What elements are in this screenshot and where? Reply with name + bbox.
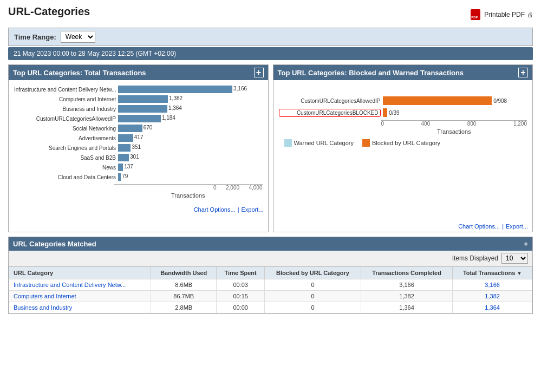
total-transactions-panel: Top URL Categories: Total Transactions +… xyxy=(8,64,269,232)
bar-row: Search Engines and Portals 351 xyxy=(14,144,263,152)
col-time-spent: Time Spent xyxy=(217,267,265,279)
table-header-row: URL Category Bandwidth Used Time Spent B… xyxy=(9,267,532,279)
blocked-legend: Warned URL Category Blocked by URL Categ… xyxy=(279,135,527,151)
warned-legend-label: Warned URL Category xyxy=(294,140,354,146)
items-displayed-label: Items Displayed xyxy=(452,254,498,262)
cell-category[interactable]: Business and Industry xyxy=(9,302,151,313)
bar-label: SaaS and B2B xyxy=(14,155,116,161)
cell-bandwidth: 86.7MB xyxy=(151,291,217,302)
bar-row: Cloud and Data Centers 79 xyxy=(14,173,263,181)
blocked-legend-box xyxy=(362,139,370,147)
bar-value: 1,364 xyxy=(167,105,182,111)
total-transactions-chart: Infrastructure and Content Delivery Netw… xyxy=(9,80,268,204)
bar-fill xyxy=(118,86,232,93)
matched-section: URL Categories Matched + Items Displayed… xyxy=(8,237,533,314)
table-row: Business and Industry 2.8MB 00:00 0 1,36… xyxy=(9,302,532,313)
blocked-bar-value: 0/908 xyxy=(493,98,507,104)
bar-label: Search Engines and Portals xyxy=(14,145,116,151)
cell-time-spent: 00:03 xyxy=(217,279,265,291)
bar-fill xyxy=(118,144,131,152)
blocked-bar-fill xyxy=(383,108,388,117)
blocked-chart-footer: Chart Options... | Export... xyxy=(273,221,533,232)
bar-fill xyxy=(118,154,129,161)
bar-row: Advertisements 417 xyxy=(14,134,263,142)
cell-transactions-completed: 1,382 xyxy=(361,291,452,302)
total-x-label: Transactions xyxy=(114,192,263,199)
blocked-panel-title: Top URL Categories: Blocked and Warned T… xyxy=(278,69,464,77)
bar-value: 351 xyxy=(131,144,141,150)
cell-blocked: 0 xyxy=(265,279,361,291)
col-bandwidth: Bandwidth Used xyxy=(151,267,217,279)
cell-total-transactions: 1,382 xyxy=(453,291,532,302)
total-x-ticks: 02,0004,000 xyxy=(114,185,263,191)
bar-label: News xyxy=(14,165,116,171)
matched-table: URL Category Bandwidth Used Time Spent B… xyxy=(9,266,532,313)
bar-value: 1,184 xyxy=(161,115,175,121)
bar-label: Business and Industry xyxy=(14,106,116,112)
bar-value: 3,166 xyxy=(232,86,247,92)
cell-blocked: 0 xyxy=(265,291,361,302)
cell-bandwidth: 2.8MB xyxy=(151,302,217,313)
bar-value: 79 xyxy=(121,173,128,179)
bar-fill xyxy=(118,125,142,132)
bar-row: SaaS and B2B 301 xyxy=(14,154,263,161)
matched-expand[interactable]: + xyxy=(524,240,528,248)
bar-fill xyxy=(118,134,133,142)
bar-row: News 137 xyxy=(14,164,263,171)
total-export[interactable]: Export... xyxy=(242,206,264,213)
bar-row: Business and Industry 1,364 xyxy=(14,105,263,113)
blocked-panel-expand[interactable]: + xyxy=(518,68,528,77)
blocked-bar-label: CustomURLCategoriesBLOCKED xyxy=(279,109,381,117)
total-chart-options[interactable]: Chart Options... xyxy=(194,206,236,213)
blocked-legend-item: Blocked by URL Category xyxy=(362,139,440,147)
date-range-bar: 21 May 2023 00:00 to 28 May 2023 12:25 (… xyxy=(8,47,533,60)
bar-value: 1,382 xyxy=(168,95,182,101)
bar-label: Computers and Internet xyxy=(14,96,116,102)
blocked-export[interactable]: Export... xyxy=(506,223,528,230)
bar-label: Infrastructure and Content Delivery Netw… xyxy=(14,87,116,93)
cell-category[interactable]: Computers and Internet xyxy=(9,291,151,302)
cell-transactions-completed: 3,166 xyxy=(361,279,452,291)
bar-row: Infrastructure and Content Delivery Netw… xyxy=(14,86,263,93)
warned-legend-item: Warned URL Category xyxy=(284,139,354,147)
cell-blocked: 0 xyxy=(265,302,361,313)
blocked-bar-label: CustomURLCategoriesAllowedIP xyxy=(279,98,381,104)
total-panel-expand[interactable]: + xyxy=(254,68,264,77)
bar-fill xyxy=(118,115,161,122)
blocked-legend-label: Blocked by URL Category xyxy=(372,140,440,146)
blocked-transactions-panel: Top URL Categories: Blocked and Warned T… xyxy=(273,64,533,232)
cell-transactions-completed: 1,364 xyxy=(361,302,452,313)
bar-fill xyxy=(118,164,123,171)
items-displayed-row: Items Displayed 10 25 50 100 xyxy=(9,251,532,266)
cell-total-transactions: 1,364 xyxy=(453,302,532,313)
col-category: URL Category xyxy=(9,267,151,279)
cell-total-transactions: 3,166 xyxy=(453,279,532,291)
col-blocked: Blocked by URL Category xyxy=(265,267,361,279)
blocked-x-label: Transactions xyxy=(381,128,527,135)
page-title: URL-Categories xyxy=(8,5,90,18)
cell-category[interactable]: Infrastructure and Content Delivery Netw… xyxy=(9,279,151,291)
col-total-transactions[interactable]: Total Transactions ▼ xyxy=(453,267,532,279)
bar-value: 417 xyxy=(133,134,144,140)
bar-value: 137 xyxy=(123,164,133,169)
bar-row: Social Networking 670 xyxy=(14,125,263,132)
bar-value: 670 xyxy=(142,125,153,130)
bar-fill xyxy=(118,95,168,103)
total-panel-title: Top URL Categories: Total Transactions xyxy=(13,69,146,77)
blocked-bar-fill xyxy=(383,96,492,105)
bar-label: CustomURLCategoriesAllowedIP xyxy=(14,116,116,122)
printable-pdf-link[interactable]: PDF Printable PDF 🖨 xyxy=(471,9,533,20)
sort-icon: ▼ xyxy=(517,271,522,276)
bar-fill xyxy=(118,105,167,113)
table-row: Infrastructure and Content Delivery Netw… xyxy=(9,279,532,291)
bar-label: Cloud and Data Centers xyxy=(14,174,116,180)
items-displayed-select[interactable]: 10 25 50 100 xyxy=(501,253,528,264)
blocked-bar-row: CustomURLCategoriesAllowedIP 0/908 xyxy=(279,96,527,105)
bar-label: Social Networking xyxy=(14,126,116,132)
time-range-select[interactable]: Week Hour Day Month Year xyxy=(61,31,95,43)
blocked-chart-options[interactable]: Chart Options... xyxy=(458,223,500,230)
blocked-bar-value: 0/39 xyxy=(389,110,399,116)
bar-row: CustomURLCategoriesAllowedIP 1,184 xyxy=(14,115,263,122)
time-range-label: Time Range: xyxy=(14,33,56,41)
bar-label: Advertisements xyxy=(14,135,116,141)
